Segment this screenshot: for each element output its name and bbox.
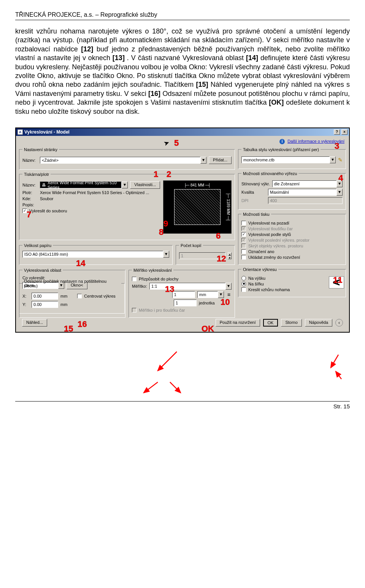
cancel-button[interactable]: Storno	[281, 319, 302, 327]
fit-label: Přizpůsobit do plochy	[139, 277, 179, 281]
shaded-legend: Možnosti stínovaného výřezu	[241, 171, 298, 176]
add-page-setup-button[interactable]: Přidat...	[209, 156, 232, 164]
y-label: Y:	[22, 302, 29, 307]
center-plot-checkbox[interactable]: Centrovat výkres	[77, 294, 116, 298]
opt-save-layout[interactable]: Ukládat změny do rozvržení	[241, 255, 343, 260]
scale-num-input[interactable]: 1	[172, 291, 195, 298]
ref-14: [14]	[246, 54, 258, 62]
scale-unit-select[interactable]: mm	[197, 291, 218, 298]
ref-13: [13]	[113, 54, 125, 62]
plotter-label: Plotr:	[22, 190, 38, 195]
y-input[interactable]: 0.00	[32, 301, 58, 308]
help-button-icon[interactable]: ?	[334, 129, 340, 135]
chevron-down-icon[interactable]: ▾	[163, 251, 169, 258]
app-icon: A	[17, 129, 23, 135]
checkbox-icon	[77, 294, 82, 298]
paper-size-select[interactable]: ISO A0 (841x1189 mm)	[22, 251, 163, 258]
equals-icon: ≡	[226, 292, 232, 298]
more-info-link[interactable]: Další informace o vykreslování	[287, 139, 344, 143]
expand-options-button[interactable]: ‹	[335, 319, 343, 327]
ok-button[interactable]: OK	[263, 319, 278, 327]
scale-den-input[interactable]: 1	[174, 300, 197, 306]
paper-preview: ├─ 841 MM ─┤ ├─ 1189 MM ─┤	[163, 180, 232, 234]
opt-styles[interactable]: ✓Vykreslovat podle stylů	[241, 232, 343, 237]
plot-style-select[interactable]: monochrome.ctb	[241, 156, 330, 163]
page-number: Str. 15	[15, 403, 350, 410]
plot-area-legend: Vykreslovaná oblast	[22, 268, 63, 272]
orient-portrait[interactable]: Na výšku	[241, 276, 328, 280]
doc-body-paragraph: kreslit vzhůru nohama narotujete výkres …	[15, 27, 350, 116]
x-unit: mm	[60, 294, 67, 298]
preview-top-dim: ├─ 841 MM ─┤	[163, 183, 231, 187]
ref-15: [15]	[196, 81, 208, 88]
scale-den-unit: jednotka	[199, 301, 232, 305]
window-title: Vykreslování - Model	[24, 129, 70, 135]
edit-style-button[interactable]: ✎	[338, 157, 343, 163]
quality-select[interactable]: Maximální	[268, 189, 336, 196]
help-button[interactable]: Nápověda	[305, 319, 332, 327]
chevron-down-icon[interactable]: ▾	[122, 182, 128, 188]
checkbox-icon: ✓	[22, 209, 27, 213]
footer-rule	[15, 401, 350, 402]
pagename-select[interactable]: <Žádné>	[40, 157, 200, 164]
copies-legend: Počet kopií	[179, 243, 203, 248]
ref-ok: [OK]	[269, 99, 284, 106]
plotter-value: Xerox Wide Format Print System 510 Serie…	[40, 190, 149, 195]
center-label: Centrovat výkres	[84, 294, 116, 298]
text-segment: . V části nazvané Vykreslovaná oblast	[127, 54, 246, 62]
printer-properties-button[interactable]: Vlastnosti...	[130, 181, 160, 189]
fit-to-paper-checkbox[interactable]: Přizpůsobit do plochy	[132, 277, 232, 281]
doc-header: TŘINECKÁ PROJEKCE, a.s. – Reprografické …	[15, 11, 350, 18]
chevron-down-icon[interactable]: ▾	[336, 189, 343, 196]
ref-12: [12]	[81, 45, 93, 53]
orient-upside-down[interactable]: Kreslit vzhůru nohama	[241, 287, 328, 292]
header-rule	[15, 20, 350, 20]
plot-to-file-label: Vykreslit do souboru	[29, 209, 67, 213]
radio-icon	[241, 276, 246, 280]
chevron-down-icon[interactable]: ▾	[225, 283, 232, 290]
plot-style-group: Tabulka stylu vykreslování (přiřazení pe…	[238, 147, 346, 169]
printer-icon: 🖶	[42, 183, 46, 187]
ref-16: [16]	[148, 90, 160, 97]
paper-size-legend: Velikost papíru	[22, 243, 53, 248]
printer-name-value: Xerox Wide Format Print System 510 Serie…	[48, 180, 120, 190]
x-input[interactable]: 0.00	[32, 293, 58, 300]
close-icon[interactable]: ×	[341, 129, 348, 135]
chevron-down-icon[interactable]: ▾	[218, 291, 224, 298]
spinner-down-icon[interactable]: ▾	[228, 256, 232, 259]
chevron-down-icon[interactable]: ▾	[330, 156, 336, 163]
where-value: Soubor	[40, 196, 53, 201]
apply-layout-button[interactable]: Použít na rozvržení	[216, 319, 260, 327]
shaded-viewport-group: Možnosti stínovaného výřezu Stínovaný vý…	[238, 171, 346, 210]
orientation-group: Orientace výkresu Na výšku Na šířku	[238, 267, 346, 297]
plot-options-group: Možnosti tisku Vykreslovat na pozadí ✓Vy…	[238, 212, 346, 265]
opt-hide-ps: Skrýt objekty výkres. prostoru	[241, 244, 343, 248]
page-setup-group: Nastavení stránky Název: <Žádné> ▾ Přida…	[19, 147, 235, 170]
info-icon: i	[279, 139, 285, 144]
desc-label: Popis:	[22, 202, 38, 207]
spinner-up-icon[interactable]: ▴	[228, 252, 232, 256]
chevron-down-icon[interactable]: ▾	[200, 157, 206, 164]
svg-line-4	[336, 371, 341, 379]
dpi-input: 400	[268, 197, 343, 204]
quality-label: Kvalita	[241, 190, 266, 194]
opt-background[interactable]: Vykreslovat na pozadí	[241, 221, 343, 225]
plot-options-legend: Možnosti tisku	[241, 212, 271, 217]
orient-landscape[interactable]: Na šířku	[241, 282, 328, 286]
paper-size-group: Velikost papíru ISO A0 (841x1189 mm) ▾	[19, 243, 173, 265]
chevron-down-icon[interactable]: ▾	[336, 180, 343, 187]
scale-select[interactable]: 1:1	[149, 283, 225, 290]
shaded-select[interactable]: dle Zobrazení	[272, 180, 336, 187]
plot-to-file-checkbox[interactable]: ✓ Vykreslit do souboru	[22, 209, 160, 213]
svg-line-0	[158, 352, 177, 371]
printer-select[interactable]: 🖶 Xerox Wide Format Print System 510 Ser…	[40, 182, 122, 188]
checkbox-icon	[132, 277, 136, 281]
titlebar[interactable]: A Vykreslování - Model ? ×	[16, 128, 349, 136]
pagename-label: Název:	[22, 158, 38, 163]
y-unit: mm	[60, 302, 67, 307]
preview-button[interactable]: Náhled...	[22, 319, 47, 327]
opt-stamp[interactable]: Označení ano	[241, 249, 343, 254]
copies-input: 1	[179, 252, 225, 259]
checkbox-icon	[241, 287, 246, 292]
svg-line-1	[144, 382, 158, 393]
